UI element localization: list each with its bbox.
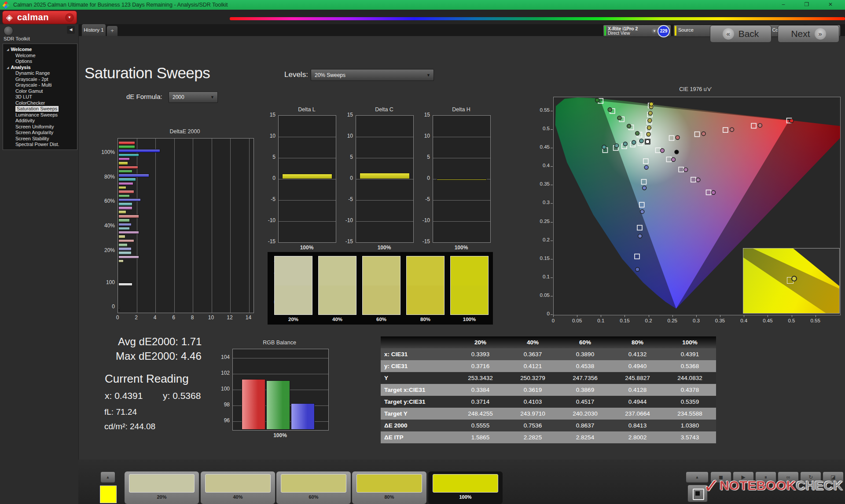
- cie-chart-title: CIE 1976 u'v': [643, 86, 748, 92]
- sidebar-item-spectral-power-dist-[interactable]: Spectral Power Dist.: [15, 142, 59, 147]
- transport-button-1[interactable]: ▶: [733, 471, 754, 483]
- stop-icon: [693, 489, 704, 500]
- levels-dropdown[interactable]: 20% Sweeps▼: [311, 69, 434, 81]
- deltae-bar: [118, 190, 134, 194]
- sidebar-item-screen-stability[interactable]: Screen Stability: [15, 136, 49, 142]
- tab-history-1[interactable]: History 1: [82, 24, 106, 36]
- reading-y: y: 0.5368: [163, 391, 201, 401]
- sidebar-header: SDR Toolkit: [4, 36, 30, 41]
- record-indicator-icon[interactable]: [4, 26, 13, 36]
- delta-h-plot: [433, 115, 491, 243]
- collapse-sidebar-button[interactable]: ◀: [67, 26, 75, 34]
- sidebar-item-analysis[interactable]: ◢Analysis: [7, 65, 31, 70]
- eject-nav-tray-button[interactable]: ▲: [686, 471, 709, 483]
- swatch-40%: [318, 256, 356, 315]
- deltae-bar: [118, 178, 136, 181]
- rgb-bar-G: [266, 380, 290, 430]
- table-header: 80%: [611, 336, 664, 348]
- sidebar-item-grayscale-multi[interactable]: Grayscale - Multi: [15, 82, 52, 88]
- sidebar: ◀ SDR Toolkit ◢WelcomeWelcomeOptions◢Ana…: [0, 24, 79, 504]
- sidebar-item-saturation-sweeps[interactable]: Saturation Sweeps: [15, 106, 59, 112]
- cie-chart-plot: [553, 97, 841, 315]
- chevron-right-icon: »: [815, 28, 826, 40]
- expander-icon[interactable]: ◢: [7, 48, 9, 51]
- calman-menu-button[interactable]: calman ▼: [2, 11, 77, 24]
- meter-mode: Direct View: [608, 31, 630, 36]
- saturation-tile-100%[interactable]: 100%: [428, 471, 503, 504]
- rgb-bar-B: [291, 403, 315, 430]
- sidebar-item-screen-uniformity[interactable]: Screen Uniformity: [15, 124, 54, 130]
- sidebar-item-grayscale-2pt[interactable]: Grayscale - 2pt: [15, 77, 48, 82]
- delta-bar: [437, 179, 487, 180]
- delta-chart-title: Delta C: [356, 106, 413, 113]
- reading-cdm2: cd/m²: 244.08: [104, 422, 155, 431]
- next-button[interactable]: Next »: [778, 25, 839, 43]
- deltae-bar: [118, 215, 139, 218]
- deltae-bar: [118, 283, 132, 286]
- table-row: Target Y248.4255243.9710240.2030237.0664…: [381, 408, 716, 420]
- meter-count-badge: 229: [658, 25, 670, 37]
- transport-button-2[interactable]: ⏸: [755, 471, 776, 483]
- swatch-100%: [450, 256, 489, 315]
- deltae-bar: [118, 194, 130, 198]
- transport-button-5[interactable]: ◪: [823, 471, 844, 483]
- deltae-bar: [118, 141, 135, 145]
- sidebar-item-colorchecker[interactable]: ColorChecker: [15, 100, 45, 106]
- rgb-bar-R: [242, 379, 265, 430]
- sidebar-item-welcome[interactable]: ◢Welcome: [7, 47, 32, 52]
- transport-button-0[interactable]: ◼: [710, 471, 731, 483]
- sidebar-item-additivity[interactable]: Additivity: [15, 118, 35, 124]
- chevron-down-icon[interactable]: ▼: [65, 13, 74, 22]
- saturation-tile-40%[interactable]: 40%: [201, 471, 275, 504]
- rgb-balance-plot: [232, 349, 329, 431]
- app-logo-icon: [3, 2, 10, 8]
- meter-status-bar: [604, 26, 606, 36]
- sidebar-item-dynamic-range[interactable]: Dynamic Range: [15, 70, 50, 76]
- table-header: 40%: [507, 336, 559, 348]
- table-row: x: CIE310.33930.36370.38900.41320.4391: [381, 348, 716, 360]
- sidebar-item-color-gamut[interactable]: Color Gamut: [15, 88, 43, 94]
- saturation-tile-60%[interactable]: 60%: [276, 471, 351, 504]
- deltae-chart-title: DeltaE 2000: [132, 128, 238, 135]
- sidebar-item-options[interactable]: Options: [15, 58, 32, 64]
- transport-button-3[interactable]: ∞: [778, 471, 799, 483]
- table-header: 60%: [559, 336, 611, 348]
- deltae-bar: [118, 210, 126, 214]
- deltae-bar: [118, 198, 141, 202]
- deltae-bar: [118, 219, 130, 222]
- sidebar-item-3d-lut[interactable]: 3D LUT: [15, 94, 32, 100]
- table-row: Target y:CIE310.37140.41030.45170.49440.…: [381, 396, 716, 408]
- deltae-bar: [118, 223, 132, 226]
- source-status-bar: [675, 26, 676, 36]
- deltae-bar: [118, 239, 134, 243]
- expander-icon[interactable]: ◢: [7, 66, 9, 69]
- max-de2000: Max dE2000: 4.46: [116, 350, 202, 362]
- back-button[interactable]: « Back: [710, 25, 772, 43]
- sidebar-item-welcome[interactable]: Welcome: [15, 53, 36, 58]
- actual-target-swatch-panel: ActualTarget20%40%60%80%100%: [268, 252, 493, 325]
- restore-button[interactable]: ❐: [800, 0, 813, 10]
- eject-swatch-tray-button[interactable]: ▲: [100, 471, 115, 483]
- deltae-bar: [118, 153, 139, 157]
- sidebar-item-luminance-sweeps[interactable]: Luminance Sweeps: [15, 112, 58, 118]
- current-reading-title: Current Reading: [105, 372, 189, 386]
- deltae-bar: [118, 307, 120, 310]
- close-button[interactable]: ✕: [824, 0, 837, 10]
- minimize-button[interactable]: –: [777, 0, 790, 10]
- de-formula-label: dE Formula:: [126, 93, 162, 100]
- add-tab-button[interactable]: +: [107, 26, 118, 36]
- deltae-bar: [118, 247, 132, 251]
- saturation-tile-80%[interactable]: 80%: [352, 471, 426, 504]
- rainbow-strip: [230, 17, 845, 20]
- de-formula-value: 2000: [173, 94, 184, 100]
- deltae-bar: [118, 149, 160, 153]
- table-row: Y253.3432250.3279247.7356245.8827244.083…: [381, 372, 716, 384]
- sidebar-item-screen-angularity[interactable]: Screen Angularity: [15, 130, 53, 135]
- deltae-bar: [118, 231, 139, 234]
- stop-pattern-button[interactable]: [687, 485, 708, 502]
- saturation-tile-20%[interactable]: 20%: [125, 471, 199, 504]
- measurement-table: 20%40%60%80%100%x: CIE310.33930.36370.38…: [381, 336, 716, 443]
- de-formula-dropdown[interactable]: 2000▼: [169, 91, 218, 103]
- calman-app-window: Calman 2025 Calman Ultimate for Business…: [0, 0, 845, 504]
- transport-button-4[interactable]: ↻: [800, 471, 821, 483]
